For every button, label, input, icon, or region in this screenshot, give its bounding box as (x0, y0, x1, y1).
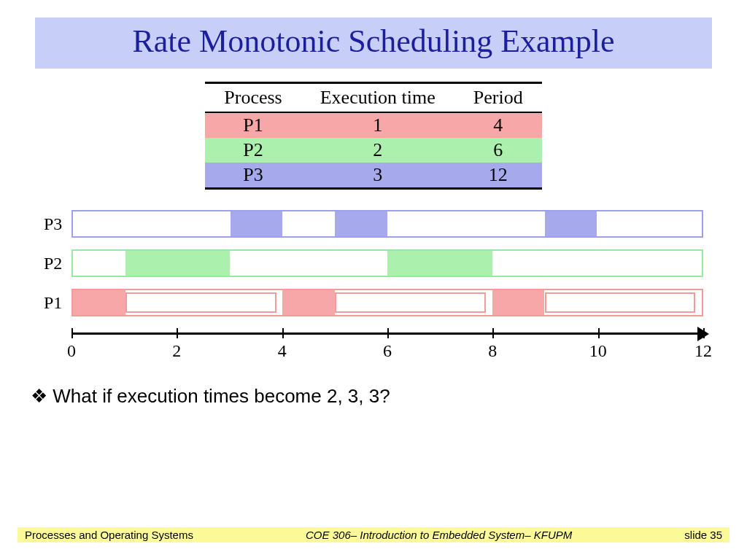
run-segment (231, 211, 283, 236)
slide-footer: Processes and Operating Systems COE 306–… (18, 527, 729, 542)
axis-tick-label: 2 (172, 341, 181, 361)
col-period: Period (454, 83, 542, 113)
axis-tick (387, 328, 389, 338)
question-text: ❖ What if execution times become 2, 3, 3… (31, 385, 747, 408)
footer-left: Processes and Operating Systems (25, 529, 193, 541)
track-label: P3 (44, 214, 71, 234)
period-frame (125, 292, 276, 313)
footer-center: COE 306– Introduction to Embedded System… (306, 529, 572, 541)
axis-tick-label: 6 (383, 341, 392, 361)
table-row: P2 2 6 (205, 138, 541, 163)
axis-tick (598, 328, 600, 338)
axis-tick (282, 328, 284, 338)
diamond-bullet-icon: ❖ (31, 385, 47, 407)
time-axis: 024681012 (71, 328, 703, 365)
track-p3: P3 (44, 210, 703, 238)
table-row: P1 1 4 (205, 112, 541, 138)
axis-tick-label: 0 (67, 341, 76, 361)
schedule-chart: P3 P2 P1 024681012 (44, 210, 703, 365)
period-frame (335, 292, 486, 313)
axis-tick-label: 12 (694, 341, 712, 361)
axis-tick-label: 10 (589, 341, 607, 361)
run-segment (545, 211, 597, 236)
track-label: P1 (44, 293, 71, 313)
run-segment (125, 251, 231, 276)
run-segment (335, 211, 387, 236)
page-title: Rate Monotonic Scheduling Example (35, 18, 712, 69)
run-segment (73, 290, 125, 315)
col-process: Process (205, 83, 301, 113)
col-exec: Execution time (301, 83, 454, 113)
track-p1: P1 (44, 289, 703, 316)
run-segment (387, 251, 492, 276)
axis-tick-label: 8 (488, 341, 497, 361)
axis-tick (177, 328, 178, 338)
period-frame (545, 292, 696, 313)
axis-tick (492, 328, 494, 338)
footer-right: slide 35 (684, 529, 722, 541)
table-row: P3 3 12 (205, 163, 541, 189)
run-segment (282, 290, 335, 315)
axis-tick (703, 328, 705, 338)
axis-tick (71, 328, 73, 338)
track-label: P2 (44, 254, 71, 273)
process-table: Process Execution time Period P1 1 4 P2 … (205, 82, 541, 190)
axis-tick-label: 4 (278, 341, 287, 361)
track-p2: P2 (44, 249, 703, 277)
run-segment (492, 290, 545, 315)
